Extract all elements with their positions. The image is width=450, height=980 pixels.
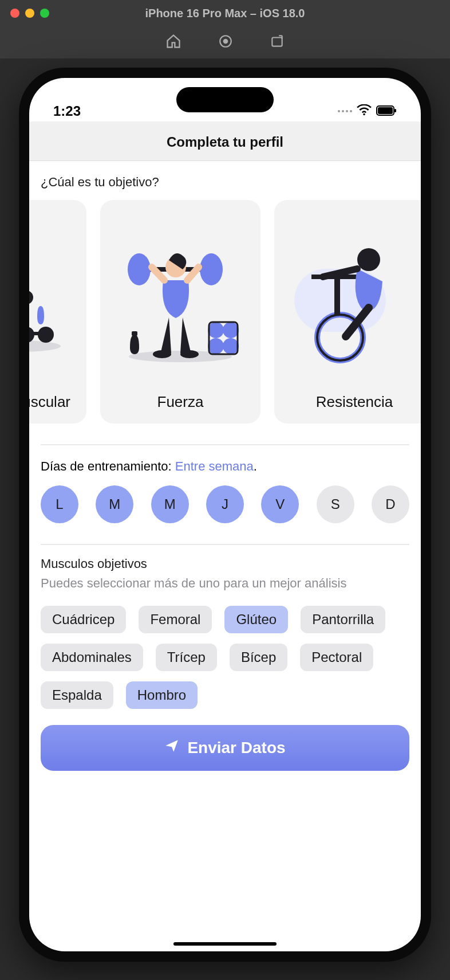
muscles-title: Musculos objetivos bbox=[41, 556, 409, 571]
svg-point-22 bbox=[153, 350, 171, 358]
section-divider bbox=[41, 544, 409, 545]
window-controls bbox=[0, 9, 49, 18]
muscle-chip-hombro[interactable]: Hombro bbox=[126, 681, 198, 709]
window-minimize-button[interactable] bbox=[25, 9, 34, 18]
muscle-chip-pectoral[interactable]: Pectoral bbox=[300, 644, 373, 671]
objective-card-endurance[interactable]: Resistencia bbox=[274, 200, 421, 424]
submit-button-label: Enviar Datos bbox=[187, 739, 285, 757]
status-time: 1:23 bbox=[53, 103, 81, 119]
illustration-strength bbox=[100, 217, 260, 383]
device-frame: 1:23 Completa tu perfil ¿Cúal es tu obje… bbox=[19, 68, 431, 962]
training-days-label: Días de entrenamiento: Entre semana. bbox=[41, 459, 409, 474]
objective-card-label: Resistencia bbox=[316, 393, 393, 411]
muscle-chip-abdominales[interactable]: Abdominales bbox=[41, 644, 143, 671]
training-days-value: Entre semana bbox=[175, 459, 254, 473]
objective-question: ¿Cúal es tu objetivo? bbox=[29, 175, 421, 190]
svg-rect-29 bbox=[132, 331, 137, 336]
screenshot-icon[interactable] bbox=[270, 34, 285, 51]
day-chip-3[interactable]: J bbox=[206, 485, 244, 523]
svg-point-3 bbox=[363, 113, 365, 115]
window-zoom-button[interactable] bbox=[40, 9, 49, 18]
training-days-prefix: Días de entrenamiento: bbox=[41, 459, 175, 473]
day-chip-6[interactable]: D bbox=[372, 485, 409, 523]
record-icon[interactable] bbox=[218, 34, 233, 51]
cellular-icon bbox=[338, 110, 352, 112]
svg-rect-33 bbox=[334, 275, 340, 315]
svg-point-1 bbox=[224, 40, 228, 44]
muscle-chip-cuádricep[interactable]: Cuádricep bbox=[41, 606, 126, 633]
svg-point-27 bbox=[223, 338, 239, 354]
svg-point-35 bbox=[357, 248, 380, 271]
muscle-chip-bícep[interactable]: Bícep bbox=[230, 644, 287, 671]
svg-point-25 bbox=[223, 322, 239, 338]
illustration-endurance bbox=[274, 217, 421, 383]
dynamic-island bbox=[176, 87, 274, 112]
window-close-button[interactable] bbox=[10, 9, 19, 18]
simulator-titlebar: iPhone 16 Pro Max – iOS 18.0 bbox=[0, 0, 450, 58]
day-chip-0[interactable]: L bbox=[41, 485, 78, 523]
muscles-chips: CuádricepFemoralGlúteoPantorrillaAbdomin… bbox=[41, 606, 409, 709]
muscle-chip-trícep[interactable]: Trícep bbox=[156, 644, 217, 671]
svg-rect-6 bbox=[394, 109, 396, 112]
muscles-subtitle: Puedes seleccionar más de uno para un me… bbox=[41, 575, 409, 592]
home-indicator[interactable] bbox=[173, 942, 277, 946]
objective-card-label: Fuerza bbox=[157, 393, 204, 411]
objective-carousel[interactable]: 1..2..3.. bbox=[29, 200, 421, 424]
svg-rect-16 bbox=[29, 332, 46, 335]
simulator-canvas: 1:23 Completa tu perfil ¿Cúal es tu obje… bbox=[0, 58, 450, 980]
svg-point-20 bbox=[200, 253, 223, 285]
muscle-chip-pantorrilla[interactable]: Pantorrilla bbox=[301, 606, 385, 633]
day-chip-5[interactable]: S bbox=[317, 485, 354, 523]
page-title: Completa tu perfil bbox=[29, 121, 421, 161]
objective-card-label: Ganancia muscular bbox=[29, 393, 70, 411]
content-scroll[interactable]: ¿Cúal es tu objetivo? 1..2..3.. bbox=[29, 161, 421, 951]
muscle-chip-femoral[interactable]: Femoral bbox=[139, 606, 212, 633]
objective-card-strength[interactable]: Fuerza bbox=[100, 200, 260, 424]
svg-rect-5 bbox=[378, 107, 393, 114]
day-chip-4[interactable]: V bbox=[261, 485, 299, 523]
svg-point-11 bbox=[29, 291, 33, 304]
day-chip-2[interactable]: M bbox=[151, 485, 189, 523]
training-days-row: LMMJVSD bbox=[41, 485, 409, 523]
simulator-title: iPhone 16 Pro Max – iOS 18.0 bbox=[0, 7, 450, 20]
home-icon[interactable] bbox=[165, 33, 181, 52]
wifi-icon bbox=[357, 103, 372, 119]
paper-plane-icon bbox=[164, 738, 179, 757]
simulator-toolbar bbox=[0, 26, 450, 58]
training-days-suffix: . bbox=[254, 459, 257, 473]
submit-button[interactable]: Enviar Datos bbox=[41, 725, 409, 771]
muscle-chip-glúteo[interactable]: Glúteo bbox=[224, 606, 288, 633]
illustration-muscle-gain: 1..2..3.. bbox=[29, 217, 86, 383]
battery-icon bbox=[376, 103, 397, 119]
day-chip-1[interactable]: M bbox=[96, 485, 133, 523]
device-screen: 1:23 Completa tu perfil ¿Cúal es tu obje… bbox=[29, 78, 421, 951]
svg-point-23 bbox=[180, 350, 199, 358]
svg-point-26 bbox=[208, 338, 224, 354]
svg-rect-2 bbox=[272, 38, 282, 46]
objective-card-muscle-gain[interactable]: 1..2..3.. bbox=[29, 200, 86, 424]
svg-point-24 bbox=[208, 322, 224, 338]
muscle-chip-espalda[interactable]: Espalda bbox=[41, 681, 113, 709]
svg-point-19 bbox=[128, 253, 151, 285]
